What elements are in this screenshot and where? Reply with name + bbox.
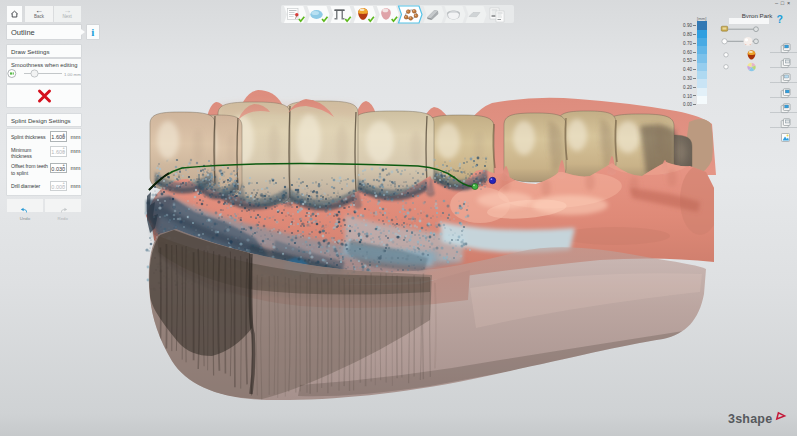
svg-text:1.00 mm: 1.00 mm bbox=[64, 72, 81, 77]
